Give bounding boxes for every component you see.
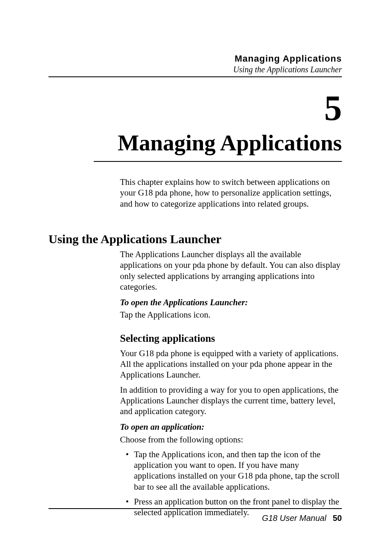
footer-manual-name: G18 User Manual xyxy=(262,514,326,523)
list-item: Tap the Applications icon, and then tap … xyxy=(134,449,342,492)
procedure-text-tap-icon: Tap the Applications icon. xyxy=(120,309,342,320)
chapter-intro-block: This chapter explains how to switch betw… xyxy=(120,177,342,213)
section-intro: The Applications Launcher displays all t… xyxy=(120,249,342,292)
footer-rule xyxy=(48,508,342,509)
procedure-text-choose-options: Choose from the following options: xyxy=(120,434,342,445)
running-header: Managing Applications Using the Applicat… xyxy=(233,53,342,74)
section-body: The Applications Launcher displays all t… xyxy=(120,249,342,522)
chapter-number: 5 xyxy=(324,88,342,129)
section-heading-using-launcher: Using the Applications Launcher xyxy=(48,232,221,246)
header-rule xyxy=(48,76,342,77)
page: Managing Applications Using the Applicat… xyxy=(0,0,392,555)
chapter-rule xyxy=(94,161,342,162)
procedure-label-open-app: To open an application: xyxy=(120,421,342,432)
chapter-title: Managing Applications xyxy=(118,130,342,156)
chapter-intro-text: This chapter explains how to switch betw… xyxy=(120,177,342,209)
footer: G18 User Manual 50 xyxy=(262,514,342,523)
footer-page-number: 50 xyxy=(333,514,342,523)
header-chapter-title: Managing Applications xyxy=(233,53,342,64)
header-section-title: Using the Applications Launcher xyxy=(233,65,342,74)
subsection-p1: Your G18 pda phone is equipped with a va… xyxy=(120,348,342,380)
procedure-label-open-launcher: To open the Applications Launcher: xyxy=(120,297,342,308)
subsection-p2: In addition to providing a way for you t… xyxy=(120,385,342,417)
subsection-heading-selecting-apps: Selecting applications xyxy=(120,332,342,345)
bullet-list: Tap the Applications icon, and then tap … xyxy=(120,449,342,518)
